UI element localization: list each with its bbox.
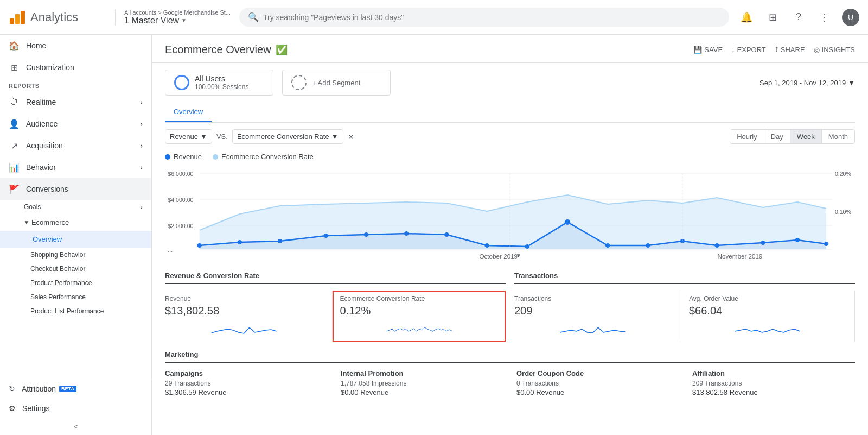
sidebar-bottom: ↻ Attribution BETA ⚙ Settings < bbox=[0, 379, 151, 435]
search-bar[interactable]: 🔍 bbox=[239, 8, 729, 27]
sidebar-sub-goals[interactable]: Goals › bbox=[0, 200, 151, 214]
date-range-arrow: ▼ bbox=[848, 79, 855, 87]
sidebar-sub-ecommerce[interactable]: ▼ Ecommerce bbox=[0, 214, 151, 231]
sidebar-item-attribution[interactable]: ↻ Attribution BETA bbox=[0, 379, 151, 399]
internal-promotion-title: Internal Promotion bbox=[341, 369, 503, 377]
stats-section: Revenue & Conversion Rate Revenue $13,80… bbox=[152, 263, 868, 342]
search-input[interactable] bbox=[263, 13, 720, 22]
svg-point-18 bbox=[278, 239, 282, 243]
sidebar-collapse-button[interactable]: < bbox=[0, 418, 151, 435]
time-btn-day[interactable]: Day bbox=[764, 130, 790, 143]
sidebar-sub-sales-performance[interactable]: Sales Performance bbox=[0, 290, 151, 304]
date-range-picker[interactable]: Sep 1, 2019 - Nov 12, 2019 ▼ bbox=[760, 79, 855, 87]
sidebar-sub-checkout-behavior[interactable]: Checkout Behavior bbox=[0, 262, 151, 276]
sidebar-item-realtime[interactable]: ⏱ Realtime › bbox=[0, 91, 151, 113]
insights-button[interactable]: ◎ INSIGHTS bbox=[814, 46, 855, 54]
save-button[interactable]: 💾 SAVE bbox=[693, 46, 723, 54]
notifications-icon[interactable]: 🔔 bbox=[738, 9, 755, 26]
conversion-rate-value: 0.12% bbox=[340, 305, 499, 317]
coupon-title: Order Coupon Code bbox=[516, 369, 679, 377]
transactions-value: 209 bbox=[514, 305, 671, 317]
svg-text:$2,000.00: $2,000.00 bbox=[168, 223, 193, 229]
metric-selects: Revenue ▼ VS. Ecommerce Conversion Rate … bbox=[165, 129, 354, 144]
metric1-select[interactable]: Revenue ▼ bbox=[165, 129, 212, 144]
analytics-logo-icon bbox=[9, 9, 26, 26]
svg-text:...: ... bbox=[168, 247, 173, 253]
avg-order-mini-chart bbox=[689, 319, 846, 336]
reports-label: REPORTS bbox=[0, 78, 151, 91]
insights-icon: ◎ bbox=[814, 46, 820, 54]
revenue-label: Revenue bbox=[165, 295, 323, 302]
svg-point-32 bbox=[824, 242, 828, 246]
account-view-selector[interactable]: 1 Master View ▼ bbox=[124, 16, 231, 26]
chart-tabs: Overview bbox=[165, 102, 855, 123]
stat-revenue: Revenue $13,802.58 bbox=[165, 291, 333, 342]
sidebar-item-settings[interactable]: ⚙ Settings bbox=[0, 399, 151, 418]
verified-icon: ✅ bbox=[276, 44, 288, 56]
sidebar-item-home[interactable]: 🏠 Home bbox=[0, 35, 151, 56]
legend-revenue: Revenue bbox=[165, 153, 202, 161]
svg-point-31 bbox=[795, 238, 800, 242]
logo-area: Analytics bbox=[9, 9, 106, 26]
home-icon: 🏠 bbox=[9, 40, 20, 51]
top-header: Analytics All accounts > Google Merchand… bbox=[0, 0, 868, 35]
share-button[interactable]: ⤴ SHARE bbox=[775, 46, 805, 54]
affiliation-sub: 209 Transactions bbox=[692, 380, 855, 387]
time-btn-week[interactable]: Week bbox=[790, 130, 822, 143]
chart-svg: $6,000.00 $4,000.00 $2,000.00 ... 0.20% … bbox=[165, 165, 855, 263]
account-selector[interactable]: All accounts > Google Merchandise St... … bbox=[115, 9, 231, 26]
transactions-label: Transactions bbox=[514, 295, 671, 302]
coupon-value: $0.00 Revenue bbox=[516, 388, 679, 396]
sidebar-item-behavior[interactable]: 📊 Behavior › bbox=[0, 156, 151, 178]
sidebar-sub-product-performance[interactable]: Product Performance bbox=[0, 276, 151, 290]
tab-overview[interactable]: Overview bbox=[165, 102, 212, 122]
svg-point-25 bbox=[565, 219, 571, 225]
svg-text:0.20%: 0.20% bbox=[835, 171, 851, 177]
metric1-arrow: ▼ bbox=[200, 133, 207, 141]
export-icon: ↓ bbox=[731, 46, 735, 54]
account-breadcrumb: All accounts > Google Merchandise St... bbox=[124, 9, 231, 16]
apps-icon[interactable]: ⊞ bbox=[764, 9, 781, 26]
sidebar-item-acquisition[interactable]: ↗ Acquisition › bbox=[0, 135, 151, 156]
campaigns-sub: 29 Transactions bbox=[165, 380, 328, 387]
svg-point-24 bbox=[525, 244, 529, 249]
sidebar-item-customization[interactable]: ⊞ Customization bbox=[0, 56, 151, 78]
help-icon[interactable]: ? bbox=[790, 9, 807, 26]
sidebar-sub-overview[interactable]: Overview bbox=[0, 231, 151, 248]
export-button[interactable]: ↓ EXPORT bbox=[731, 46, 766, 54]
content-area: Ecommerce Overview ✅ 💾 SAVE ↓ EXPORT ⤴ S… bbox=[152, 35, 868, 435]
segment-left: All Users 100.00% Sessions + Add Segment bbox=[165, 70, 391, 96]
all-users-segment[interactable]: All Users 100.00% Sessions bbox=[165, 70, 273, 96]
svg-point-17 bbox=[238, 240, 242, 244]
internal-promotion-sub: 1,787,058 Impressions bbox=[341, 380, 503, 387]
coupon-sub: 0 Transactions bbox=[516, 380, 679, 387]
more-options-icon[interactable]: ⋮ bbox=[816, 9, 833, 26]
marketing-grid: Campaigns 29 Transactions $1,306.59 Reve… bbox=[165, 369, 855, 396]
add-segment[interactable]: + Add Segment bbox=[282, 70, 391, 96]
metric2-remove[interactable]: ✕ bbox=[348, 133, 354, 141]
sidebar-item-conversions[interactable]: 🚩 Conversions bbox=[0, 178, 151, 200]
svg-point-26 bbox=[605, 243, 610, 248]
svg-text:$6,000.00: $6,000.00 bbox=[168, 171, 193, 177]
save-icon: 💾 bbox=[693, 46, 702, 54]
audience-icon: 👤 bbox=[9, 118, 20, 129]
legend-conversion-rate: Ecommerce Conversion Rate bbox=[213, 153, 314, 161]
acquisition-arrow: › bbox=[140, 141, 143, 150]
marketing-title: Marketing bbox=[165, 350, 855, 363]
svg-text:November 2019: November 2019 bbox=[718, 253, 763, 260]
svg-rect-1 bbox=[15, 14, 20, 24]
sidebar-sub-product-list[interactable]: Product List Performance bbox=[0, 304, 151, 318]
time-btn-month[interactable]: Month bbox=[822, 130, 854, 143]
conversions-icon: 🚩 bbox=[9, 184, 20, 194]
time-btn-hourly[interactable]: Hourly bbox=[730, 130, 764, 143]
segment-bar: All Users 100.00% Sessions + Add Segment… bbox=[152, 63, 868, 102]
metric2-select[interactable]: Ecommerce Conversion Rate ▼ bbox=[232, 129, 343, 144]
svg-point-27 bbox=[646, 243, 650, 248]
transactions-mini-chart bbox=[514, 319, 671, 336]
svg-text:$4,000.00: $4,000.00 bbox=[168, 197, 193, 203]
all-users-circle bbox=[174, 75, 189, 90]
realtime-arrow: › bbox=[140, 98, 143, 106]
sidebar-sub-shopping-behavior[interactable]: Shopping Behavior bbox=[0, 248, 151, 262]
user-avatar[interactable]: U bbox=[842, 9, 859, 26]
sidebar-item-audience[interactable]: 👤 Audience › bbox=[0, 113, 151, 135]
